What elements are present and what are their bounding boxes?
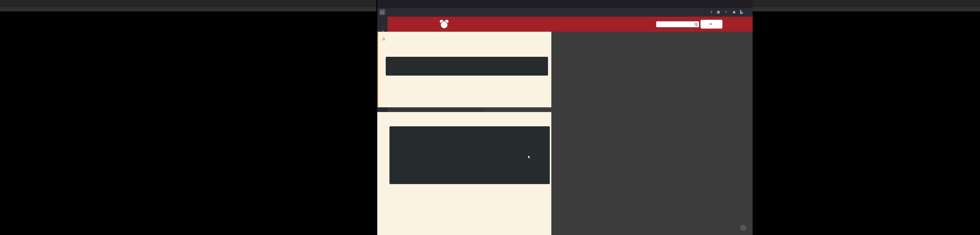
adblock-extension-icon[interactable]: ▙ xyxy=(740,10,743,14)
warning-title: ⚠ xyxy=(382,37,388,41)
desktop: ▢ ⇧ ▦ ▼ ◉ ▙ xyxy=(0,0,980,235)
update-and-build-section xyxy=(377,112,551,235)
search-icon xyxy=(695,23,697,25)
warning-code-block xyxy=(386,57,548,76)
freebsd-logo-icon[interactable] xyxy=(439,19,449,29)
freebsd-banner: ♥ xyxy=(388,17,752,32)
tab-bar xyxy=(377,0,752,8)
htop-screen xyxy=(0,11,376,235)
donate-button[interactable]: ♥ xyxy=(700,20,722,29)
warning-admonition: ⚠ xyxy=(377,32,551,107)
share-icon[interactable]: ⇧ xyxy=(710,10,713,14)
build-log-screen xyxy=(752,11,980,235)
build-code-block xyxy=(390,126,550,184)
monkey-extension-icon[interactable]: ◉ xyxy=(733,10,736,14)
left-terminal-window xyxy=(0,0,376,235)
warning-icon: ⚠ xyxy=(382,37,385,41)
containers-extension-icon[interactable]: ▦ xyxy=(717,10,720,14)
right-terminal-menubar xyxy=(752,7,980,11)
right-terminal-titlebar[interactable] xyxy=(752,0,980,7)
warning-accent-border xyxy=(377,32,378,107)
navigation-toolbar: ▢ ⇧ ▦ ▼ ◉ ▙ xyxy=(377,8,752,17)
left-terminal-menubar xyxy=(0,7,376,11)
left-terminal-titlebar[interactable] xyxy=(0,0,376,7)
site-search-input[interactable] xyxy=(656,21,699,27)
table-of-contents-panel xyxy=(657,32,752,235)
section-heading xyxy=(390,119,391,123)
firefox-window: ▢ ⇧ ▦ ▼ ◉ ▙ xyxy=(377,0,752,235)
mouse-cursor xyxy=(528,155,531,159)
heart-icon: ♥ xyxy=(710,22,712,26)
shield-extension-icon[interactable]: ▼ xyxy=(724,10,728,14)
scroll-to-top-button[interactable] xyxy=(740,225,746,231)
sidebar-toggle-button[interactable]: ▢ xyxy=(379,9,385,15)
right-terminal-window xyxy=(752,0,980,235)
